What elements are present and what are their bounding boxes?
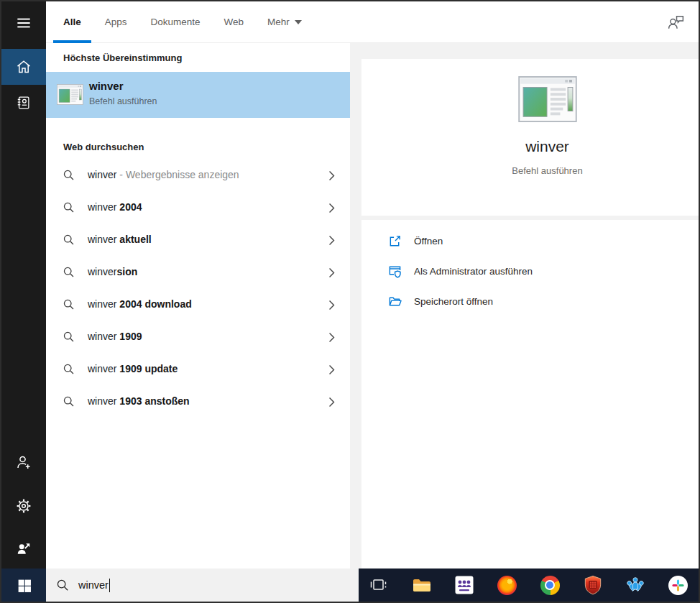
gear-icon xyxy=(15,497,32,515)
text-cursor xyxy=(109,579,111,592)
suggestion-row[interactable]: winver 2004 xyxy=(46,192,350,224)
web-search-header: Web durchsuchen xyxy=(63,142,144,152)
task-view-icon xyxy=(369,576,388,594)
tab-web-label: Web xyxy=(224,17,244,27)
chevron-right-icon[interactable] xyxy=(328,267,336,279)
tab-mehr[interactable]: Mehr xyxy=(267,1,302,43)
meeting-app-icon xyxy=(455,576,474,594)
best-match-header: Höchste Übereinstimmung xyxy=(63,52,182,63)
firefox-button[interactable] xyxy=(497,575,517,595)
sidebar-feedback-button[interactable] xyxy=(1,532,46,565)
suggestion-typed: winver xyxy=(88,363,116,374)
search-icon xyxy=(63,234,75,246)
sidebar-search-history-button[interactable] xyxy=(1,85,46,121)
suggestion-row[interactable]: winver 1909 xyxy=(46,321,350,354)
hamburger-menu-button[interactable] xyxy=(1,7,46,39)
security-shield-icon xyxy=(584,575,602,595)
tab-dokumente[interactable]: Dokumente xyxy=(151,1,201,43)
task-view-button[interactable] xyxy=(369,575,389,595)
search-icon xyxy=(63,266,75,278)
actions-card: Öffnen Als Administrator ausführen Speic… xyxy=(361,220,699,569)
action-run-as-admin[interactable]: Als Administrator ausführen xyxy=(361,256,699,286)
suggestion-completion: 2004 xyxy=(116,201,142,213)
file-explorer-button[interactable] xyxy=(412,575,432,595)
action-open-file-location[interactable]: Speicherort öffnen xyxy=(361,286,699,316)
suggestion-completion: sion xyxy=(116,266,137,277)
preview-card: winver Befehl ausführen xyxy=(361,59,699,216)
suggestion-row[interactable]: winver aktuell xyxy=(46,224,350,257)
tab-dokumente-label: Dokumente xyxy=(151,17,201,27)
notes-app-icon xyxy=(625,575,645,595)
taskbar-search-input[interactable]: winver xyxy=(46,569,359,602)
admin-shield-icon xyxy=(388,264,402,278)
sidebar-account-button[interactable] xyxy=(1,446,46,479)
best-match-title: winver xyxy=(89,80,124,92)
tab-web[interactable]: Web xyxy=(224,1,244,43)
search-icon xyxy=(63,298,75,310)
results-pane: Höchste Übereinstimmung winver Befehl au… xyxy=(46,43,350,569)
taskbar xyxy=(359,569,699,602)
winver-app-icon-large xyxy=(518,76,577,122)
journal-icon xyxy=(16,95,32,111)
sidebar-settings-button[interactable] xyxy=(1,489,46,523)
suggestion-completion: 1909 update xyxy=(116,363,178,374)
file-location-icon xyxy=(388,295,402,308)
web-suggestion-list: winver - Webergebnisse anzeigen winver 2… xyxy=(46,160,350,418)
tab-mehr-label: Mehr xyxy=(267,17,290,27)
search-icon xyxy=(63,201,75,213)
suggestion-row[interactable]: winver 2004 download xyxy=(46,289,350,321)
search-icon xyxy=(63,169,75,181)
tab-apps[interactable]: Apps xyxy=(105,1,127,43)
notes-app-button[interactable] xyxy=(625,575,645,595)
chevron-right-icon[interactable] xyxy=(328,364,336,376)
preview-panel: winver Befehl ausführen Öffnen Als Admin… xyxy=(361,43,699,569)
open-icon xyxy=(388,234,402,248)
search-icon xyxy=(63,331,75,343)
action-list: Öffnen Als Administrator ausführen Speic… xyxy=(361,226,699,316)
tab-alle[interactable]: Alle xyxy=(63,1,81,43)
suggestion-completion: aktuell xyxy=(116,234,151,245)
action-open[interactable]: Öffnen xyxy=(361,226,699,256)
pane-divider xyxy=(350,43,361,569)
search-icon xyxy=(56,579,69,592)
chevron-right-icon[interactable] xyxy=(328,396,336,408)
meeting-app-button[interactable] xyxy=(454,575,474,595)
chevron-right-icon[interactable] xyxy=(328,299,336,311)
chrome-button[interactable] xyxy=(540,575,560,595)
user-feedback-button[interactable] xyxy=(666,13,686,31)
home-icon xyxy=(15,58,32,75)
action-open-label: Öffnen xyxy=(414,236,443,247)
chrome-icon xyxy=(540,576,560,595)
security-shield-app-button[interactable] xyxy=(583,575,603,595)
sidebar xyxy=(1,1,46,602)
chevron-right-icon[interactable] xyxy=(328,170,336,182)
action-admin-label: Als Administrator ausführen xyxy=(414,266,533,277)
suggestion-completion: - Webergebnisse anzeigen xyxy=(116,169,239,180)
suggestion-typed: winver xyxy=(88,234,116,245)
chevron-right-icon[interactable] xyxy=(328,331,336,344)
person-share-icon xyxy=(16,540,32,556)
suggestion-completion: 2004 download xyxy=(116,298,191,310)
preview-title: winver xyxy=(361,138,699,155)
chevron-right-icon[interactable] xyxy=(328,234,336,247)
windows-search-flyout: Alle Apps Dokumente Web Mehr Höchste Übe… xyxy=(0,0,700,603)
suggestion-row[interactable]: winver 1909 update xyxy=(46,354,350,386)
suggestion-row[interactable]: winversion xyxy=(46,257,350,289)
suggestion-typed: winver xyxy=(88,169,116,180)
start-button[interactable] xyxy=(1,569,46,602)
slack-button[interactable] xyxy=(668,575,689,595)
suggestion-row[interactable]: winver 1903 anstoßen xyxy=(46,386,350,418)
suggestion-typed: winver xyxy=(88,331,116,342)
hamburger-icon xyxy=(14,14,33,32)
chevron-down-icon xyxy=(295,20,302,24)
preview-subtitle: Befehl ausführen xyxy=(361,165,699,176)
file-explorer-icon xyxy=(412,576,432,594)
search-input-value: winver xyxy=(78,579,109,591)
suggestion-typed: winver xyxy=(88,266,116,277)
firefox-icon xyxy=(497,576,517,595)
chevron-right-icon[interactable] xyxy=(328,202,336,214)
tab-apps-label: Apps xyxy=(105,17,127,27)
suggestion-row[interactable]: winver - Webergebnisse anzeigen xyxy=(46,160,350,192)
best-match-item-winver[interactable]: winver Befehl ausführen xyxy=(46,72,350,118)
sidebar-home-button[interactable] xyxy=(1,49,46,85)
